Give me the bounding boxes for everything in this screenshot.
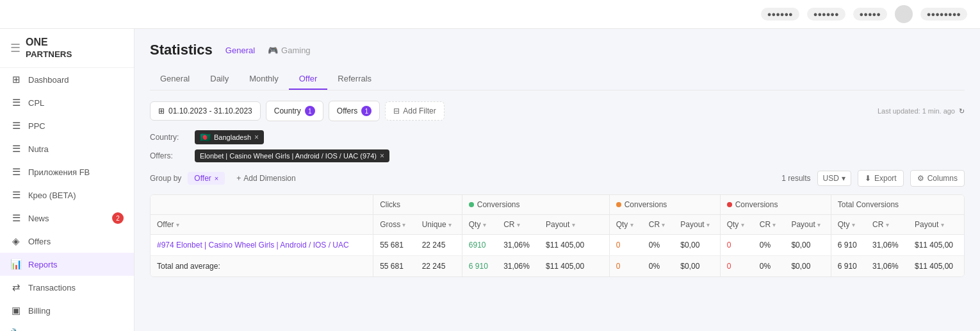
groupby-tag-remove[interactable]: × — [215, 174, 218, 182]
qty2-cell: 0 — [609, 235, 642, 256]
offer-sort-icon: ▾ — [176, 221, 179, 228]
conv2-dot — [616, 202, 621, 207]
user1-label: ●●●●●● — [767, 10, 793, 18]
unique-col-label: Unique — [422, 220, 446, 229]
user-pill-1[interactable]: ●●●●●● — [761, 8, 799, 21]
qty2-sort-icon: ▾ — [630, 221, 633, 228]
status-pill[interactable]: ●●●●● — [853, 8, 887, 21]
th-payout1[interactable]: Payout ▾ — [539, 215, 595, 235]
sidebar-item-fb-apps[interactable]: ☰ Приложения FB — [0, 160, 134, 183]
th-qty2[interactable]: Qty ▾ — [609, 215, 642, 235]
cr2-col-label: CR — [649, 220, 660, 229]
sub-tab-daily[interactable]: Daily — [200, 69, 239, 90]
totals-cr3: 0% — [753, 256, 785, 277]
user-name-pill[interactable]: ●●●●●●●● — [920, 8, 967, 21]
date-range-filter[interactable]: ⊞ 01.10.2023 - 31.10.2023 — [150, 101, 261, 121]
th-offer[interactable]: Offer ▾ — [151, 215, 373, 235]
offers-filter[interactable]: Offers 1 — [329, 101, 380, 121]
sidebar-item-label: Nutra — [28, 144, 49, 154]
sidebar-item-cpl[interactable]: ☰ CPL — [0, 91, 134, 114]
offers-icon: ◈ — [10, 235, 22, 247]
payout1-sort-icon: ▾ — [572, 221, 575, 228]
totals-extra — [595, 256, 609, 277]
sidebar-item-label: Крео (BETA) — [28, 191, 76, 200]
menu-icon[interactable]: ☰ — [10, 41, 20, 55]
page-title: Statistics — [150, 42, 213, 58]
payout1-col-label: Payout — [546, 220, 569, 229]
columns-button[interactable]: ⚙ Columns — [910, 170, 965, 187]
cr4-sort-icon: ▾ — [886, 221, 889, 228]
sidebar-item-tools[interactable]: 🔧 Tools — [0, 322, 134, 331]
sidebar-item-reports[interactable]: 📊 Reports — [0, 253, 134, 276]
user-pill-2[interactable]: ●●●●●● — [807, 8, 845, 21]
sidebar-item-creo[interactable]: ☰ Крео (BETA) — [0, 183, 134, 207]
tab-gaming[interactable]: 🎮 Gaming — [268, 46, 311, 55]
th-gross[interactable]: Gross ▾ — [373, 215, 416, 235]
cr2-cell: 0% — [642, 235, 674, 256]
tab-general[interactable]: General — [225, 46, 255, 55]
country-tag-remove[interactable]: × — [254, 133, 259, 142]
sidebar-header: ☰ ONEPARTNERS — [0, 29, 134, 68]
export-button[interactable]: ⬇ Export — [858, 170, 904, 187]
avatar[interactable] — [895, 5, 913, 23]
table-header-cols: Offer ▾ Gross ▾ Unique ▾ — [151, 215, 964, 235]
currency-selector[interactable]: USD ▾ — [817, 171, 851, 186]
th-unique[interactable]: Unique ▾ — [416, 215, 462, 235]
fb-icon: ☰ — [10, 166, 22, 178]
statistics-table: Clicks Conversions — [151, 195, 964, 276]
sidebar-item-label: CPL — [28, 98, 44, 108]
country-filter[interactable]: Country 1 — [266, 101, 323, 121]
country-tag-value: Bangladesh — [214, 133, 251, 141]
sidebar-item-billing[interactable]: ▣ Billing — [0, 299, 134, 322]
th-payout2[interactable]: Payout ▾ — [674, 215, 720, 235]
sidebar-item-transactions[interactable]: ⇄ Transactions — [0, 276, 134, 299]
qty4-cell: 6 910 — [831, 235, 866, 256]
sub-tab-referrals[interactable]: Referrals — [327, 69, 382, 90]
sidebar-item-label: PPC — [28, 121, 45, 131]
sidebar-item-dashboard[interactable]: ⊞ Dashboard — [0, 68, 134, 91]
sidebar-item-label: Billing — [28, 306, 51, 316]
sidebar-item-news[interactable]: ☰ News 2 — [0, 207, 134, 230]
th-qty1[interactable]: Qty ▾ — [462, 215, 497, 235]
qty3-col-label: Qty — [727, 220, 739, 229]
sub-tab-monthly[interactable]: Monthly — [239, 69, 289, 90]
sidebar-item-label: Приложения FB — [28, 167, 90, 177]
add-dimension-button[interactable]: + Add Dimension — [231, 172, 300, 185]
add-filter-button[interactable]: ⊟ Add Filter — [385, 101, 444, 121]
results-area: 1 results USD ▾ ⬇ Export ⚙ Columns — [781, 170, 965, 187]
th-payout3[interactable]: Payout ▾ — [785, 215, 831, 235]
offer-tag-remove[interactable]: × — [380, 151, 384, 160]
refresh-button[interactable]: ↻ — [959, 107, 965, 115]
payout4-cell: $11 405,00 — [908, 235, 964, 256]
tools-icon: 🔧 — [10, 328, 22, 331]
billing-icon: ▣ — [10, 305, 22, 316]
groupby-tag-value: Offer — [194, 174, 211, 183]
th-qty3[interactable]: Qty ▾ — [720, 215, 753, 235]
sidebar-item-ppc[interactable]: ☰ PPC — [0, 114, 134, 137]
sidebar-item-label: Tools — [28, 329, 47, 332]
calendar-icon: ⊞ — [158, 106, 165, 115]
totals-payout1: $11 405,00 — [539, 256, 595, 277]
th-payout4[interactable]: Payout ▾ — [908, 215, 964, 235]
country-tag: 🇧🇩 Bangladesh × — [195, 130, 264, 144]
tab-gaming-label: Gaming — [281, 46, 311, 55]
sidebar-item-nutra[interactable]: ☰ Nutra — [0, 137, 134, 160]
columns-icon: ⚙ — [917, 174, 924, 183]
sub-tab-general[interactable]: General — [150, 69, 200, 90]
totals-payout4: $11 405,00 — [908, 256, 964, 277]
sidebar-item-label: Dashboard — [28, 75, 69, 85]
sidebar-item-offers[interactable]: ◈ Offers — [0, 230, 134, 253]
top-bar: ●●●●●● ●●●●●● ●●●●● ●●●●●●●● — [0, 0, 980, 29]
table-totals-row: Total and average: 55 681 22 245 6 910 3… — [151, 256, 964, 277]
th-qty4[interactable]: Qty ▾ — [831, 215, 866, 235]
th-cr4[interactable]: CR ▾ — [866, 215, 908, 235]
add-dimension-label: Add Dimension — [243, 174, 295, 183]
offer-link[interactable]: #974 Elonbet | Casino Wheel Girls | Andr… — [157, 241, 349, 250]
payout4-sort-icon: ▾ — [941, 221, 944, 228]
th-cr2[interactable]: CR ▾ — [642, 215, 674, 235]
th-cr1[interactable]: CR ▾ — [497, 215, 539, 235]
sub-tab-offer[interactable]: Offer — [289, 69, 328, 90]
qty3-sort-icon: ▾ — [741, 221, 744, 228]
th-cr3[interactable]: CR ▾ — [753, 215, 785, 235]
export-label: Export — [874, 174, 897, 183]
